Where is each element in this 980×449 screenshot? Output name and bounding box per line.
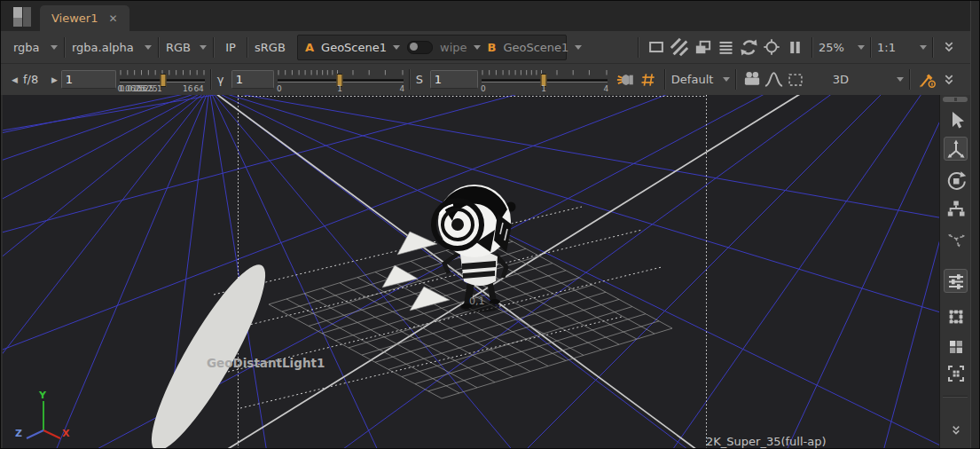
saturation-slider[interactable]: 0 1 4	[482, 67, 608, 93]
exposure-toolbar: ◀ f/8 ▶ 0.015625 0.0625 0.25 1 16 64 γ 0…	[1, 63, 970, 95]
chevron-double-down-icon	[949, 423, 963, 437]
roi-button[interactable]	[785, 68, 806, 91]
chevron-down-icon	[51, 45, 58, 50]
a-input-dropdown[interactable]: GeoScene1	[321, 41, 400, 54]
face-select-button[interactable]	[944, 335, 968, 358]
fields-button[interactable]	[714, 35, 737, 59]
viewer-window: Viewer1 ✕ rgba rgba.alpha RGB IP sRGB A …	[0, 0, 980, 449]
view-mode-dropdown[interactable]: 3D	[833, 73, 904, 86]
gamma-label: γ	[217, 73, 228, 86]
grid-hash-icon	[639, 71, 657, 89]
axis-x-label: X	[62, 428, 70, 439]
gamma-input[interactable]	[231, 70, 274, 89]
saturation-label: S	[416, 73, 427, 86]
skew-tool-button[interactable]	[944, 226, 968, 250]
translate-tool-button[interactable]	[944, 137, 968, 161]
channel-dropdown[interactable]: RGB	[166, 41, 207, 54]
chevron-down-icon	[393, 45, 400, 50]
fstop-decrement-icon[interactable]: ◀	[12, 75, 18, 84]
collapse-toolbar2-button[interactable]	[939, 68, 959, 91]
a-buffer-label: A	[305, 41, 314, 54]
zoom-level-dropdown[interactable]: 25%	[819, 41, 865, 54]
gain-input[interactable]	[61, 70, 116, 89]
downrez-button[interactable]	[668, 35, 691, 59]
wipe-toggle[interactable]	[407, 41, 433, 54]
saturation-input[interactable]	[430, 70, 478, 89]
b-buffer-label: B	[488, 41, 497, 54]
divider	[932, 37, 934, 58]
collapse-toolbar-button[interactable]	[939, 35, 959, 59]
proxy-toggle-button[interactable]	[645, 35, 668, 59]
axis-z-label: Z	[15, 428, 22, 439]
wipe-dropdown[interactable]: wipe	[440, 41, 481, 54]
cursor-icon	[945, 109, 967, 130]
overlay-button[interactable]	[691, 35, 714, 59]
rotate-tool-button[interactable]	[944, 168, 968, 192]
dashed-axes-icon	[945, 228, 967, 249]
divider	[664, 69, 666, 90]
viewer-toolbar: rgba rgba.alpha RGB IP sRGB A GeoScene1 …	[1, 31, 970, 63]
color-sample-button[interactable]	[916, 68, 939, 91]
pane-menu-icon[interactable]	[12, 6, 32, 28]
pixel-aspect-dropdown[interactable]: 1:1	[877, 41, 927, 54]
chevron-down-icon	[575, 45, 582, 50]
quad-icon	[945, 336, 967, 358]
viewport-3d[interactable]: GeoDistantLight1	[3, 95, 939, 448]
divider	[811, 37, 813, 58]
sidebar-divider	[943, 396, 968, 398]
tab-label: Viewer1	[51, 12, 98, 25]
multi-slider-button[interactable]	[944, 269, 968, 293]
frame-selection-button[interactable]	[944, 361, 968, 385]
grid-toggle-button[interactable]	[638, 68, 659, 91]
chevron-double-down-icon	[941, 72, 957, 88]
divider	[158, 37, 160, 58]
gaussian-curve-icon	[764, 69, 784, 90]
fstop-label: f/8	[23, 73, 46, 86]
gamma-slider[interactable]: 0 1 4	[278, 67, 404, 93]
divider	[213, 37, 215, 58]
pause-icon	[786, 38, 804, 57]
viewer-lut-button[interactable]: sRGB	[255, 41, 288, 54]
b-input-dropdown[interactable]: GeoScene1	[503, 41, 582, 54]
pause-button[interactable]	[783, 35, 806, 59]
sidebar-scrollbar[interactable]	[943, 97, 968, 102]
grid-origin-label: 0,1	[469, 295, 485, 307]
crosshair-icon	[762, 37, 781, 57]
headlamp-button[interactable]	[615, 68, 638, 91]
filter-button[interactable]	[764, 68, 785, 91]
tab-bar: Viewer1 ✕	[1, 1, 970, 31]
layer-dropdown[interactable]: rgba	[13, 41, 58, 54]
safe-zone-button[interactable]	[760, 35, 783, 59]
chevron-down-icon	[920, 45, 927, 50]
divider	[247, 37, 248, 58]
marquee-icon	[786, 70, 805, 90]
stripes-icon	[670, 37, 689, 57]
tab-close-icon[interactable]: ✕	[108, 13, 117, 24]
geo-distant-light[interactable]	[135, 254, 281, 448]
rotate-icon	[945, 169, 967, 191]
divider	[64, 37, 66, 58]
hierarchy-icon	[945, 198, 967, 219]
axis-y-label: Y	[38, 390, 47, 401]
window-right-edge	[970, 1, 980, 449]
gain-slider[interactable]: 0.015625 0.0625 0.25 1 16 64	[120, 67, 205, 93]
refresh-button[interactable]	[737, 35, 760, 59]
lock-camera-button[interactable]	[742, 68, 764, 91]
input-process-button[interactable]: IP	[221, 41, 240, 54]
sidebar-collapse-button[interactable]	[944, 421, 968, 439]
chevron-double-down-icon	[941, 39, 957, 55]
vertex-select-button[interactable]	[944, 304, 968, 328]
camera-icon	[742, 69, 763, 90]
divider	[909, 69, 911, 90]
fstop-increment-icon[interactable]: ▶	[51, 75, 58, 84]
lock-mode-dropdown[interactable]: Default	[671, 73, 730, 86]
frame-icon	[647, 37, 666, 57]
select-tool-button[interactable]	[944, 107, 968, 131]
fit-frame-icon	[945, 363, 967, 384]
tab-viewer1[interactable]: Viewer1 ✕	[40, 5, 129, 31]
scale-tool-button[interactable]	[944, 196, 968, 220]
viewport-sidebar	[939, 95, 970, 448]
alpha-dropdown[interactable]: rgba.alpha	[72, 41, 152, 54]
robot-model[interactable]	[434, 185, 516, 312]
chevron-down-icon	[200, 45, 207, 50]
